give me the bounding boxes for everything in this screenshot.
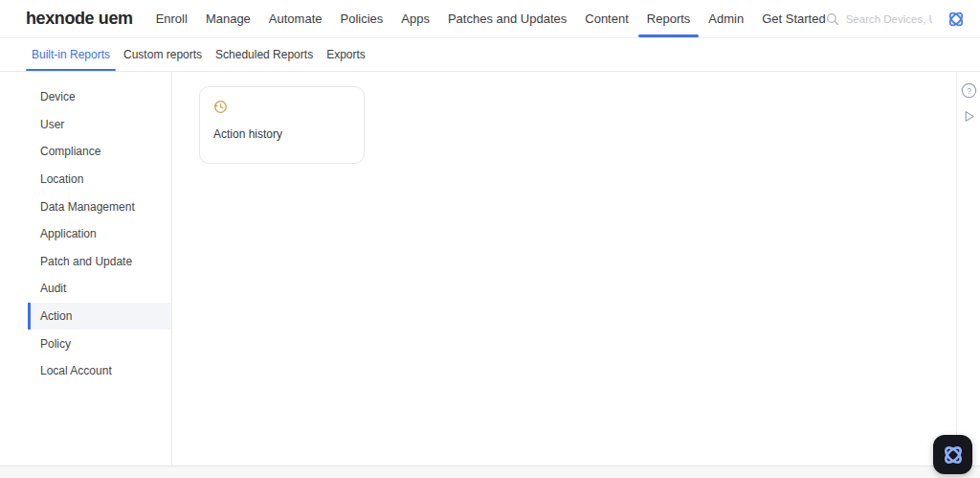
sidebar-item-local-account[interactable]: Local Account: [28, 357, 171, 385]
search-input[interactable]: [846, 13, 932, 25]
tab-scheduled-reports[interactable]: Scheduled Reports: [215, 38, 313, 71]
sidebar-item-user[interactable]: User: [28, 111, 171, 139]
tab-exports[interactable]: Exports: [326, 38, 366, 71]
sidebar-item-compliance[interactable]: Compliance: [28, 138, 171, 166]
topnav-item-content[interactable]: Content: [585, 0, 629, 37]
topnav-item-admin[interactable]: Admin: [708, 0, 744, 37]
topnav-item-policies[interactable]: Policies: [341, 0, 384, 37]
hexnode-assistant-icon[interactable]: [946, 9, 967, 30]
sidebar-item-location[interactable]: Location: [28, 166, 171, 193]
reports-tab-bar: Built-in Reports Custom reports Schedule…: [0, 38, 980, 72]
hexnode-chat-widget[interactable]: [933, 435, 972, 474]
sidebar-item-patch-and-update[interactable]: Patch and Update: [28, 248, 171, 276]
tab-built-in-reports[interactable]: Built-in Reports: [32, 38, 110, 71]
top-nav: Enroll Manage Automate Policies Apps Pat…: [156, 0, 826, 37]
sidebar-item-audit[interactable]: Audit: [28, 275, 171, 303]
sidebar-item-policy[interactable]: Policy: [28, 330, 171, 357]
topnav-item-enroll[interactable]: Enroll: [156, 0, 188, 37]
report-category-sidebar: Device User Compliance Location Data Man…: [0, 72, 172, 466]
topnav-item-reports[interactable]: Reports: [647, 0, 691, 37]
global-search[interactable]: [826, 12, 932, 26]
top-nav-bar: hexnode uem Enroll Manage Automate Polic…: [0, 0, 980, 38]
hexnode-logo-icon: [941, 443, 966, 467]
search-icon: [826, 12, 839, 26]
sidebar-item-device[interactable]: Device: [28, 83, 171, 111]
topnav-item-patches-and-updates[interactable]: Patches and Updates: [448, 0, 567, 37]
report-card-action-history[interactable]: Action history: [199, 86, 365, 164]
footer-strip: [0, 466, 980, 478]
topbar-right: 7 ?: [826, 7, 980, 32]
topnav-item-manage[interactable]: Manage: [206, 0, 251, 37]
sidebar-item-action[interactable]: Action: [28, 303, 171, 330]
right-rail: ?: [956, 72, 980, 466]
sidebar-item-application[interactable]: Application: [28, 220, 171, 248]
topnav-item-apps[interactable]: Apps: [401, 0, 430, 37]
svg-text:?: ?: [967, 86, 971, 96]
help-circle-icon[interactable]: ?: [961, 82, 977, 99]
tab-custom-reports[interactable]: Custom reports: [123, 38, 202, 71]
history-clock-icon: [213, 100, 228, 114]
play-video-icon[interactable]: [962, 109, 976, 124]
content-area: Device User Compliance Location Data Man…: [0, 72, 980, 466]
topnav-item-get-started[interactable]: Get Started: [762, 0, 825, 37]
sidebar-item-data-management[interactable]: Data Management: [28, 193, 171, 220]
brand-logo[interactable]: hexnode uem: [26, 9, 133, 29]
report-card-label: Action history: [213, 127, 350, 141]
report-cards-area: Action history: [172, 72, 956, 466]
topnav-item-automate[interactable]: Automate: [269, 0, 323, 37]
